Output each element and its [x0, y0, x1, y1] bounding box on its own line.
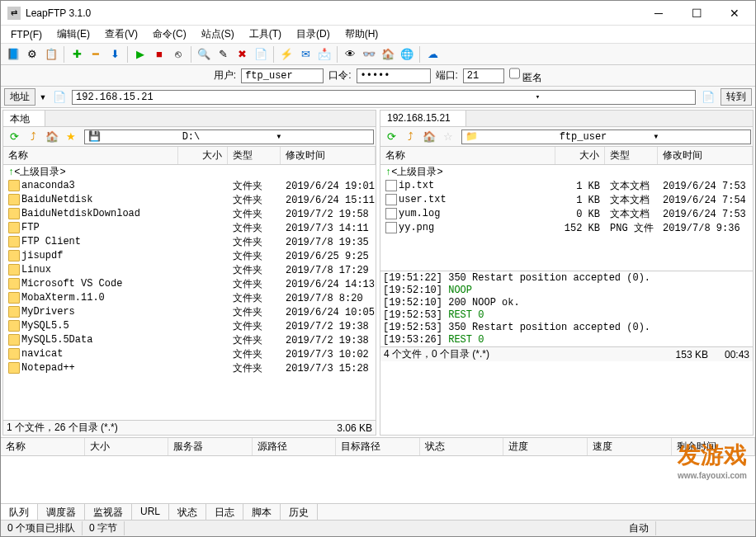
go-button[interactable]: 转到 — [721, 88, 752, 106]
remote-tab[interactable]: 192.168.15.21 — [380, 111, 466, 126]
queue-col[interactable]: 剩余时间 — [672, 438, 756, 455]
queue-col[interactable]: 名称 — [1, 438, 85, 455]
col-type[interactable]: 类型 — [228, 147, 281, 164]
user-field[interactable] — [241, 68, 324, 83]
queue-col[interactable]: 目标路径 — [336, 438, 420, 455]
col-date[interactable]: 修改时间 — [658, 147, 753, 164]
menu-command[interactable]: 命令(C) — [146, 26, 193, 43]
calendar-icon[interactable]: 📋 — [42, 45, 60, 64]
table-row[interactable]: MyDrivers文件夹2019/6/24 10:05 — [3, 305, 376, 319]
chevron-down-icon[interactable]: ▾ — [276, 130, 370, 143]
queue-tab[interactable]: 状态 — [169, 504, 206, 520]
remove-icon[interactable]: ━ — [87, 45, 105, 64]
col-name[interactable]: 名称 — [3, 147, 178, 164]
menu-site[interactable]: 站点(S) — [195, 26, 241, 43]
local-path[interactable]: 💾D:\▾ — [84, 130, 374, 144]
star-icon[interactable]: ☆ — [439, 128, 457, 146]
table-row[interactable]: user.txt1 KB文本文档2019/6/24 7:54 — [380, 193, 753, 207]
binoculars-icon[interactable]: 👁 — [341, 45, 359, 64]
exit-icon[interactable]: ⎋ — [169, 45, 187, 64]
send-icon[interactable]: ✉ — [296, 45, 314, 64]
close-button[interactable]: ✕ — [716, 2, 754, 25]
home2-icon[interactable]: 🏠 — [420, 128, 438, 146]
settings-icon[interactable]: ⚙ — [23, 45, 41, 64]
receive-icon[interactable]: 📩 — [315, 45, 333, 64]
address-input[interactable]: 192.168.15.21▾ — [72, 90, 696, 105]
queue-tab[interactable]: 队列 — [1, 504, 38, 520]
delete-icon[interactable]: ✖ — [233, 45, 251, 64]
port-field[interactable] — [463, 68, 504, 83]
globe-icon[interactable]: 🌐 — [398, 45, 416, 64]
binoculars2-icon[interactable]: 👓 — [360, 45, 378, 64]
menu-directory[interactable]: 目录(D) — [290, 26, 337, 43]
local-tab[interactable]: 本地 — [3, 111, 45, 126]
page-icon[interactable]: 📄 — [50, 88, 69, 106]
col-name[interactable]: 名称 — [380, 147, 555, 164]
refresh-icon[interactable]: ⟳ — [382, 128, 400, 146]
star-icon[interactable]: ★ — [62, 128, 80, 146]
add-icon[interactable]: ✚ — [68, 45, 86, 64]
updir-row[interactable]: ↑<上级目录> — [3, 165, 376, 179]
edit-icon[interactable]: ✎ — [214, 45, 232, 64]
transfer-icon[interactable]: ⬇ — [106, 45, 124, 64]
queue-col[interactable]: 进度 — [503, 438, 588, 455]
up-icon[interactable]: ⤴ — [401, 128, 419, 146]
table-row[interactable]: FTP Client文件夹2019/7/8 19:35 — [3, 235, 376, 249]
remote-listview[interactable]: 名称 大小 类型 修改时间 ↑<上级目录> ip.txt1 KB文本文档2019… — [380, 147, 753, 271]
home-icon[interactable]: 🏠 — [379, 45, 397, 64]
queue-tab[interactable]: 脚本 — [243, 504, 281, 520]
minimize-button[interactable]: ─ — [640, 2, 678, 25]
queue-body[interactable]: 发游戏www.fayouxi.com — [1, 456, 755, 503]
table-row[interactable]: MySQL5.5Data文件夹2019/7/2 19:38 — [3, 333, 376, 347]
queue-tab[interactable]: 监视器 — [85, 504, 132, 520]
table-row[interactable]: Linux文件夹2019/7/8 17:29 — [3, 263, 376, 277]
table-row[interactable]: Microsoft VS Code文件夹2019/6/24 14:13 — [3, 277, 376, 291]
stop-icon[interactable]: ■ — [150, 45, 168, 64]
search-icon[interactable]: 🔍 — [195, 45, 213, 64]
menu-ftp[interactable]: FTP(F) — [4, 27, 49, 42]
chevron-down-icon[interactable]: ▾ — [384, 92, 692, 101]
table-row[interactable]: navicat文件夹2019/7/3 10:02 — [3, 347, 376, 361]
server-log[interactable]: [19:51:22] 350 Restart position accepted… — [380, 271, 753, 346]
table-row[interactable]: yy.png152 KBPNG 文件2019/7/8 9:36 — [380, 221, 753, 235]
address-dropdown-icon[interactable]: ▼ — [39, 93, 47, 101]
table-row[interactable]: BaiduNetdiskDownload文件夹2019/7/2 19:58 — [3, 207, 376, 221]
queue-tab[interactable]: 日志 — [206, 504, 243, 520]
queue-col[interactable]: 源路径 — [253, 438, 337, 455]
col-type[interactable]: 类型 — [605, 147, 658, 164]
table-row[interactable]: FTP文件夹2019/7/3 14:11 — [3, 221, 376, 235]
table-row[interactable]: MySQL5.5文件夹2019/7/2 19:38 — [3, 319, 376, 333]
cloud-icon[interactable]: ☁ — [423, 45, 442, 64]
lightning-icon[interactable]: ⚡ — [277, 45, 295, 64]
table-row[interactable]: MobaXterm.11.0文件夹2019/7/8 8:20 — [3, 291, 376, 305]
chevron-down-icon[interactable]: ▾ — [653, 130, 747, 143]
queue-col[interactable]: 状态 — [420, 438, 504, 455]
site-manager-icon[interactable]: 📘 — [4, 45, 22, 64]
menu-edit[interactable]: 编辑(E) — [50, 26, 97, 43]
table-row[interactable]: jisupdf文件夹2019/6/25 9:25 — [3, 249, 376, 263]
queue-col[interactable]: 大小 — [85, 438, 169, 455]
table-row[interactable]: Notepad++文件夹2019/7/3 15:28 — [3, 361, 376, 375]
anonymous-checkbox[interactable]: 匿名 — [509, 66, 542, 85]
menu-tools[interactable]: 工具(T) — [243, 26, 288, 43]
table-row[interactable]: yum.log0 KB文本文档2019/6/24 7:53 — [380, 207, 753, 221]
menu-view[interactable]: 查看(V) — [98, 26, 144, 43]
table-row[interactable]: ip.txt1 KB文本文档2019/6/24 7:53 — [380, 179, 753, 193]
queue-col[interactable]: 服务器 — [168, 438, 253, 455]
maximize-button[interactable]: ☐ — [678, 2, 716, 25]
updir-row[interactable]: ↑<上级目录> — [380, 165, 753, 179]
up-icon[interactable]: ⤴ — [24, 128, 42, 146]
col-size[interactable]: 大小 — [555, 147, 605, 164]
password-field[interactable] — [357, 68, 431, 83]
go-icon[interactable]: 📄 — [699, 88, 717, 106]
queue-tab[interactable]: 调度器 — [38, 504, 85, 520]
table-row[interactable]: anaconda3文件夹2019/6/24 19:01 — [3, 179, 376, 193]
remote-path[interactable]: 📁ftp_user▾ — [461, 130, 751, 144]
home2-icon[interactable]: 🏠 — [43, 128, 61, 146]
play-icon[interactable]: ▶ — [131, 45, 149, 64]
col-date[interactable]: 修改时间 — [281, 147, 376, 164]
menu-help[interactable]: 帮助(H) — [338, 26, 385, 43]
queue-col[interactable]: 速度 — [588, 438, 672, 455]
properties-icon[interactable]: 📄 — [252, 45, 270, 64]
refresh-icon[interactable]: ⟳ — [5, 128, 23, 146]
